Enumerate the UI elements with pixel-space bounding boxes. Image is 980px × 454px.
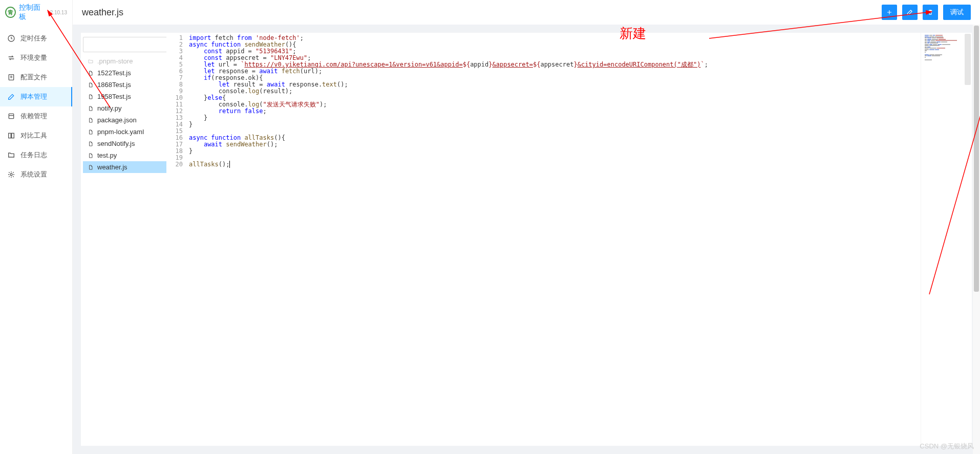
add-button[interactable] bbox=[882, 5, 897, 20]
file-item[interactable]: weather.js bbox=[83, 161, 166, 173]
nav-label: 环境变量 bbox=[20, 53, 47, 62]
brand-name: 控制面板 bbox=[19, 3, 46, 21]
main-scrollbar[interactable] bbox=[973, 25, 980, 454]
debug-button[interactable]: 调试 bbox=[943, 5, 971, 20]
file-name: 1868Test.js bbox=[97, 81, 131, 89]
minimap-content bbox=[925, 35, 962, 60]
brand: 青 控制面板 v2.10.13 bbox=[0, 0, 72, 25]
file-item[interactable]: .pnpm-store bbox=[83, 55, 166, 67]
main: weather.js 调试 .pnpm-store1522Test.js1868… bbox=[73, 0, 980, 454]
minimap-scrollbar[interactable] bbox=[965, 34, 971, 85]
header: weather.js 调试 bbox=[73, 0, 980, 25]
file-name: test.py bbox=[97, 152, 117, 159]
nav-label: 对比工具 bbox=[20, 131, 47, 140]
header-actions: 调试 bbox=[882, 5, 971, 20]
search-input[interactable] bbox=[83, 37, 178, 52]
code-area[interactable]: import fetch from 'node-fetch';async fun… bbox=[187, 33, 921, 446]
editor[interactable]: 1234567891011121314151617181920 import f… bbox=[166, 33, 972, 446]
brand-version: v2.10.13 bbox=[48, 10, 67, 15]
panel: .pnpm-store1522Test.js1868Test.js1958Tes… bbox=[81, 33, 972, 446]
edit-button[interactable] bbox=[902, 5, 918, 20]
minimap[interactable] bbox=[921, 33, 972, 446]
search-box bbox=[83, 35, 166, 55]
nav-label: 定时任务 bbox=[20, 34, 47, 43]
file-icon bbox=[87, 81, 94, 89]
file-item[interactable]: 1522Test.js bbox=[83, 67, 166, 79]
sidebar: 青 控制面板 v2.10.13 定时任务 环境变量 配置文件 脚本管理 bbox=[0, 0, 73, 454]
file-item[interactable]: sendNotify.js bbox=[83, 138, 166, 149]
package-icon bbox=[7, 112, 15, 120]
file-name: 1958Test.js bbox=[97, 93, 131, 100]
file-icon bbox=[87, 58, 94, 65]
page-title: weather.js bbox=[82, 7, 123, 18]
swap-icon bbox=[7, 54, 15, 62]
nav-label: 脚本管理 bbox=[20, 92, 47, 101]
gear-icon bbox=[7, 170, 15, 179]
file-name: 1522Test.js bbox=[97, 69, 131, 77]
file-name: sendNotify.js bbox=[97, 140, 135, 147]
file-name: weather.js bbox=[97, 163, 127, 171]
file-name: pnpm-lock.yaml bbox=[97, 128, 144, 136]
file-setting-icon bbox=[7, 73, 15, 81]
file-icon bbox=[87, 105, 94, 112]
file-list: .pnpm-store1522Test.js1868Test.js1958Tes… bbox=[83, 55, 166, 446]
svg-point-5 bbox=[10, 174, 12, 176]
folder-icon bbox=[7, 151, 15, 159]
nav-item-logs[interactable]: 任务日志 bbox=[0, 145, 72, 165]
nav-label: 配置文件 bbox=[20, 73, 47, 82]
file-icon bbox=[87, 93, 94, 100]
nav-item-diff[interactable]: 对比工具 bbox=[0, 126, 72, 145]
clock-icon bbox=[7, 34, 15, 42]
file-icon bbox=[87, 117, 94, 124]
content: .pnpm-store1522Test.js1868Test.js1958Tes… bbox=[73, 25, 980, 454]
nav-list: 定时任务 环境变量 配置文件 脚本管理 依赖管理 对比工具 bbox=[0, 25, 72, 454]
nav-label: 依赖管理 bbox=[20, 112, 47, 121]
file-name: .pnpm-store bbox=[97, 57, 133, 65]
nav-item-cron[interactable]: 定时任务 bbox=[0, 29, 72, 48]
nav-item-scripts[interactable]: 脚本管理 bbox=[0, 87, 72, 106]
file-icon bbox=[87, 140, 94, 147]
nav-label: 系统设置 bbox=[20, 170, 47, 179]
logo-icon: 青 bbox=[5, 7, 16, 18]
file-item[interactable]: 1868Test.js bbox=[83, 79, 166, 91]
nav-item-settings[interactable]: 系统设置 bbox=[0, 165, 72, 184]
watermark: CSDN @无银烧风 bbox=[920, 442, 974, 451]
svg-rect-2 bbox=[9, 114, 13, 118]
file-item[interactable]: package.json bbox=[83, 114, 166, 126]
file-icon bbox=[87, 128, 94, 136]
svg-rect-3 bbox=[9, 133, 11, 138]
nav-item-deps[interactable]: 依赖管理 bbox=[0, 106, 72, 126]
edit-icon bbox=[7, 93, 15, 101]
diff-icon bbox=[7, 132, 15, 140]
svg-rect-4 bbox=[12, 133, 14, 138]
file-item[interactable]: pnpm-lock.yaml bbox=[83, 126, 166, 138]
nav-item-config[interactable]: 配置文件 bbox=[0, 68, 72, 87]
file-name: package.json bbox=[97, 116, 137, 124]
line-gutter: 1234567891011121314151617181920 bbox=[166, 33, 187, 446]
file-icon bbox=[87, 164, 94, 171]
scrollbar-thumb[interactable] bbox=[974, 26, 979, 292]
file-panel: .pnpm-store1522Test.js1868Test.js1958Tes… bbox=[81, 33, 166, 446]
file-item[interactable]: test.py bbox=[83, 149, 166, 161]
nav-item-env[interactable]: 环境变量 bbox=[0, 48, 72, 68]
file-item[interactable]: notify.py bbox=[83, 102, 166, 114]
file-icon bbox=[87, 70, 94, 77]
nav-label: 任务日志 bbox=[20, 150, 47, 160]
file-icon bbox=[87, 152, 94, 159]
file-name: notify.py bbox=[97, 104, 121, 112]
file-item[interactable]: 1958Test.js bbox=[83, 91, 166, 102]
delete-button[interactable] bbox=[923, 5, 938, 20]
